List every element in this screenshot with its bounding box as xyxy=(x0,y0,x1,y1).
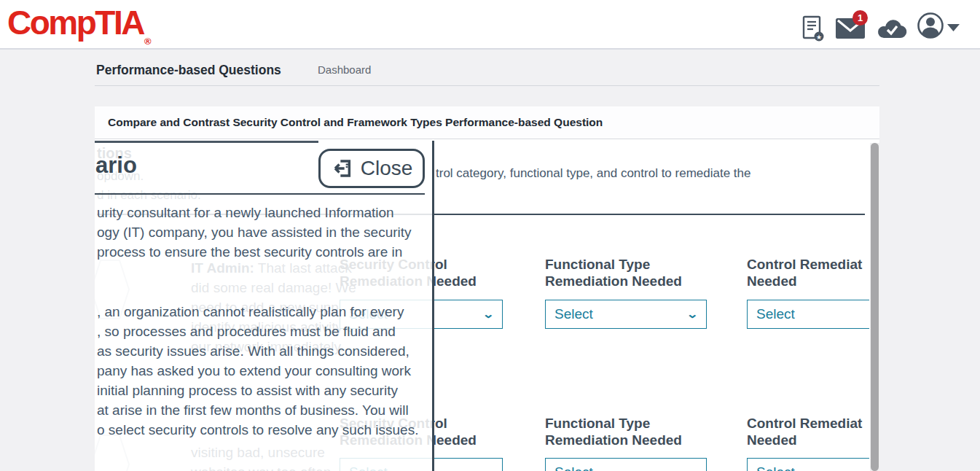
unread-count-badge: 1 xyxy=(852,10,868,26)
registered-mark: ® xyxy=(144,36,152,47)
modal-top-border xyxy=(95,141,318,143)
instructions-text: trol category, functional type, and cont… xyxy=(436,166,751,181)
top-bar: CompTIA® ★ 1 xyxy=(0,0,980,50)
avatar-icon[interactable] xyxy=(917,12,944,42)
svg-text:★: ★ xyxy=(816,34,822,41)
row2-col2-label: Functional Type Remediation Needed xyxy=(545,415,698,448)
divider xyxy=(95,85,879,86)
row1-col3-label: Control Remediat Needed xyxy=(747,256,869,289)
row1-col2-select[interactable]: Select ⌄ xyxy=(545,300,707,329)
scenario-modal-title: ario xyxy=(95,152,137,179)
scenario-modal: ario Close urity consultant for a newly … xyxy=(95,141,434,471)
scenario-p2-l3: as security issues arise. With all thing… xyxy=(97,343,409,359)
row2-col3-label: Control Remediat Needed xyxy=(747,415,869,448)
caret-down-icon[interactable] xyxy=(947,22,960,35)
scenario-p2-l1: , an organization cannot realistically p… xyxy=(97,304,404,320)
chevron-down-icon: ⌄ xyxy=(686,308,699,321)
scenario-p2-l2: , so processes and procedures must be fl… xyxy=(97,324,396,340)
page-title: Performance-based Questions xyxy=(96,63,281,78)
screen: CompTIA® ★ 1 xyxy=(0,0,980,471)
row2-col3-select[interactable]: Select xyxy=(747,458,869,471)
comptia-logo: CompTIA® xyxy=(7,0,152,64)
scenario-p2-l6: at arise in the first few months of busi… xyxy=(97,402,409,419)
tasks-icon[interactable]: ★ xyxy=(801,15,825,46)
mail-icon[interactable]: 1 xyxy=(835,17,866,42)
close-button[interactable]: Close xyxy=(318,149,425,188)
vertical-scrollbar xyxy=(870,143,879,471)
row1-col3-select[interactable]: Select xyxy=(747,300,869,329)
scenario-p1-l1: urity consultant for a newly launched In… xyxy=(97,205,394,221)
exit-icon xyxy=(331,157,354,180)
question-card-header: Compare and Contrast Security Control an… xyxy=(95,106,879,139)
modal-title-divider xyxy=(95,193,425,195)
scenario-p1-l2: ogy (IT) company, you have assisted in t… xyxy=(97,225,412,241)
close-button-label: Close xyxy=(361,157,413,180)
scenario-p2-l4: pany has asked you to extend your consul… xyxy=(97,363,411,379)
row1-col2-label: Functional Type Remediation Needed xyxy=(545,256,698,289)
row2-col2-select[interactable]: Select ⌄ xyxy=(545,458,707,471)
scrollbar-thumb[interactable] xyxy=(871,143,879,471)
scenario-p2-l5: initial planning process to assist with … xyxy=(97,383,398,399)
chevron-down-icon: ⌄ xyxy=(482,308,495,321)
question-card: Compare and Contrast Security Control an… xyxy=(95,106,879,471)
question-card-body: tions opdown. trol category, functional … xyxy=(95,140,879,471)
scenario-p1-l3: process to ensure the best security cont… xyxy=(97,244,402,260)
logo-text: CompTIA xyxy=(7,4,144,42)
question-content: tions opdown. trol category, functional … xyxy=(95,140,869,471)
cloud-check-icon[interactable] xyxy=(877,18,907,42)
question-card-title: Compare and Contrast Security Control an… xyxy=(108,116,603,129)
scenario-p2-l7: o select security controls to resolve an… xyxy=(97,422,418,438)
chevron-down-icon: ⌄ xyxy=(482,466,495,471)
breadcrumb-dashboard[interactable]: Dashboard xyxy=(318,63,371,76)
chevron-down-icon: ⌄ xyxy=(686,466,699,471)
